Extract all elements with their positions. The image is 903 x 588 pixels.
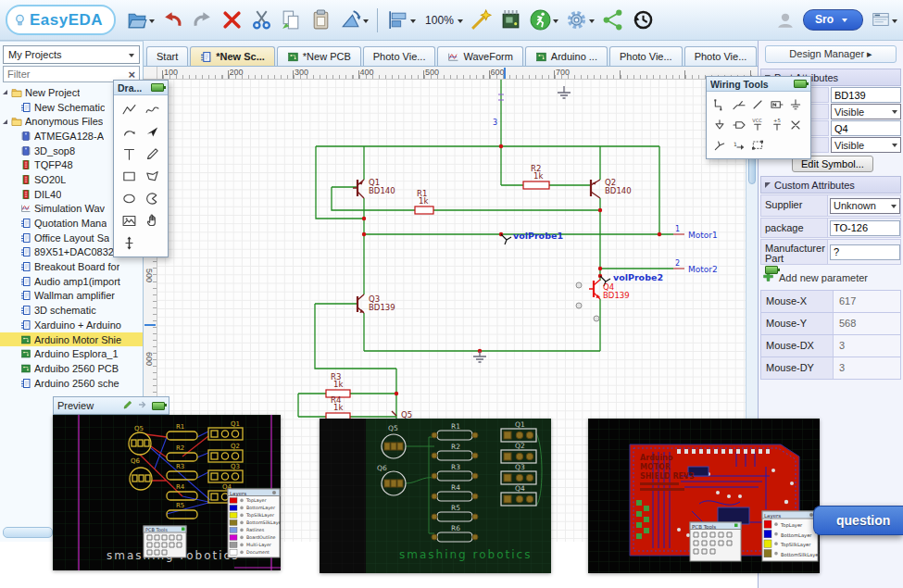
layer-visibility-eye-icon[interactable] bbox=[240, 507, 244, 510]
wiring-tools-titlebar[interactable]: Wiring Tools bbox=[707, 77, 810, 92]
copy-button[interactable] bbox=[278, 6, 305, 35]
settings-button[interactable] bbox=[563, 6, 596, 35]
user-menu-button[interactable]: Sro bbox=[803, 9, 863, 31]
tool-group[interactable] bbox=[748, 135, 768, 156]
prefix-visibility-select[interactable]: Visible bbox=[831, 137, 901, 153]
tool-drag[interactable] bbox=[141, 209, 164, 231]
tab-waveform[interactable]: WaveForm bbox=[437, 46, 522, 66]
tool-wire[interactable] bbox=[710, 94, 730, 115]
layer-swatch[interactable] bbox=[764, 520, 771, 528]
paste-button[interactable] bbox=[307, 6, 334, 35]
name-visibility-select[interactable]: Visible bbox=[831, 104, 901, 119]
layer-swatch[interactable] bbox=[230, 550, 237, 556]
zoom-button[interactable]: 100% bbox=[420, 6, 465, 35]
layer-swatch[interactable] bbox=[230, 520, 237, 526]
filter-input[interactable] bbox=[4, 69, 124, 80]
transistors[interactable] bbox=[353, 180, 600, 416]
tool-pie[interactable] bbox=[141, 187, 164, 209]
tree-item-wallman-amplifier[interactable]: Wallman amplifier bbox=[0, 289, 143, 304]
drawing-tools-titlebar[interactable]: Dra... bbox=[114, 81, 168, 95]
tool-pencil[interactable] bbox=[141, 143, 164, 165]
tool-probe[interactable] bbox=[710, 135, 730, 156]
layer-visibility-eye-icon[interactable] bbox=[240, 544, 244, 547]
tool-image[interactable] bbox=[118, 209, 141, 231]
design-manager-button[interactable]: Design Manager ▸ bbox=[765, 45, 897, 63]
layer-swatch[interactable] bbox=[230, 506, 237, 511]
tree-item-arduino-esplora-1[interactable]: Arduino Esplora_1 bbox=[0, 346, 143, 361]
custom-attributes-header[interactable]: Custom Attributes bbox=[760, 176, 901, 194]
voltage-probes[interactable] bbox=[501, 234, 610, 286]
tab-new-pcb[interactable]: *New PCB bbox=[277, 46, 361, 66]
tool-no-connect[interactable] bbox=[786, 115, 806, 135]
layer-swatch[interactable] bbox=[764, 550, 771, 557]
expand-arrow-icon[interactable] bbox=[3, 119, 7, 124]
tab-photo-vie[interactable]: Photo Vie... bbox=[609, 46, 683, 66]
part-prefix-input[interactable] bbox=[831, 120, 901, 136]
tool-pin-number[interactable]: 1 bbox=[730, 135, 749, 156]
tool-move[interactable] bbox=[118, 231, 141, 254]
layer-visibility-eye-icon[interactable] bbox=[240, 536, 244, 540]
manufacturer-part-input[interactable] bbox=[830, 244, 900, 260]
add-parameter-button[interactable]: Add new parameter bbox=[760, 266, 901, 290]
layer-swatch[interactable] bbox=[230, 528, 237, 533]
open-arrow-icon[interactable] bbox=[137, 399, 148, 412]
tool-ground[interactable] bbox=[786, 94, 806, 115]
layer-visibility-eye-icon[interactable] bbox=[774, 542, 778, 545]
tool-bus[interactable] bbox=[730, 94, 749, 115]
align-button[interactable] bbox=[384, 6, 418, 35]
undo-button[interactable] bbox=[159, 6, 186, 35]
delete-button[interactable] bbox=[219, 6, 245, 35]
layer-visibility-eye-icon[interactable] bbox=[774, 532, 778, 536]
history-button[interactable] bbox=[629, 6, 656, 35]
tab-new-sc[interactable]: *New Sc... bbox=[190, 46, 275, 66]
layer-visibility-eye-icon[interactable] bbox=[240, 499, 244, 503]
tab-arduino[interactable]: Arduino ... bbox=[525, 46, 608, 66]
tree-item-audio-amp1-import[interactable]: Audio amp1(import bbox=[0, 274, 143, 289]
tool-bus-entry[interactable] bbox=[748, 94, 768, 115]
supplier-select[interactable]: Unknown bbox=[830, 198, 900, 214]
tab-photo-vie[interactable]: Photo Vie... bbox=[684, 46, 758, 66]
tool-polygon[interactable] bbox=[141, 165, 164, 187]
layer-visibility-eye-icon[interactable] bbox=[774, 522, 778, 526]
open-button[interactable] bbox=[123, 6, 157, 35]
tool-vcc[interactable]: VCC bbox=[748, 115, 768, 135]
tool-net-label[interactable] bbox=[768, 94, 787, 115]
layer-visibility-eye-icon[interactable] bbox=[240, 514, 244, 518]
layer-swatch[interactable] bbox=[764, 531, 771, 538]
tool-text[interactable] bbox=[118, 143, 141, 165]
tool-polyline[interactable] bbox=[118, 98, 141, 120]
tool-v5[interactable]: +5 bbox=[768, 115, 787, 135]
wires[interactable] bbox=[298, 79, 673, 419]
tab-start[interactable]: Start bbox=[146, 46, 188, 66]
wizard-button[interactable] bbox=[468, 6, 495, 35]
layer-swatch[interactable] bbox=[230, 498, 237, 504]
tree-item-arduino-motor-shie[interactable]: Arduino Motor Shie bbox=[0, 332, 143, 347]
tool-arrow[interactable] bbox=[141, 120, 164, 143]
transistor-q4-selected[interactable] bbox=[589, 280, 600, 299]
tool-bezier[interactable] bbox=[141, 98, 164, 120]
selection-handles[interactable] bbox=[576, 282, 599, 321]
tool-ellipse[interactable] bbox=[118, 187, 141, 209]
expand-arrow-icon[interactable] bbox=[3, 90, 7, 94]
layer-visibility-eye-icon[interactable] bbox=[774, 552, 778, 556]
ground-symbols[interactable] bbox=[473, 86, 571, 362]
layer-visibility-eye-icon[interactable] bbox=[240, 521, 244, 525]
edit-pencil-icon[interactable] bbox=[122, 399, 133, 412]
preview-pane-header[interactable]: Preview bbox=[53, 396, 169, 415]
cut-button[interactable] bbox=[248, 6, 275, 35]
layer-visibility-eye-icon[interactable] bbox=[240, 529, 244, 532]
projects-select[interactable]: My Projects bbox=[3, 45, 140, 64]
tab-photo-vie[interactable]: Photo Vie... bbox=[363, 46, 436, 66]
resistors[interactable] bbox=[326, 181, 549, 420]
redo-button[interactable] bbox=[189, 6, 216, 35]
layer-swatch[interactable] bbox=[230, 535, 237, 541]
package-input[interactable] bbox=[830, 220, 900, 236]
pcb-button[interactable] bbox=[497, 6, 524, 35]
tool-arc[interactable] bbox=[118, 120, 141, 143]
layer-swatch[interactable] bbox=[230, 543, 237, 548]
ask-question-button[interactable]: question bbox=[813, 506, 903, 535]
run-button[interactable] bbox=[527, 6, 560, 35]
tree-item-breakout-board-for[interactable]: Breakout Board for bbox=[0, 259, 143, 274]
tool-net-flag[interactable] bbox=[730, 115, 749, 135]
tree-item-arduibo-2560-pcb[interactable]: Arduibo 2560 PCB bbox=[0, 361, 143, 376]
